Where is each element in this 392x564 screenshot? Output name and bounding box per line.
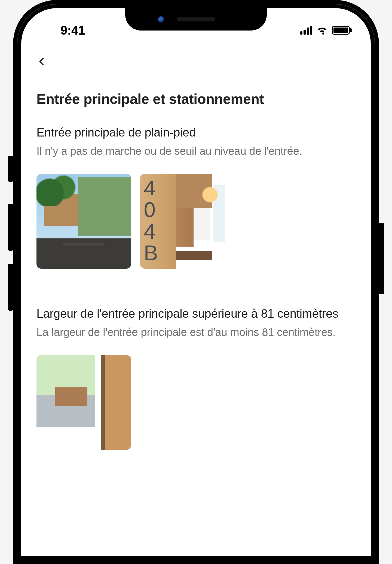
speaker-grille-icon: [177, 17, 215, 21]
phone-mute-switch: [8, 156, 13, 182]
chevron-left-icon: [37, 57, 47, 66]
front-camera-icon: [158, 16, 164, 23]
page-content: Entrée principale et stationnement Entré…: [21, 76, 371, 450]
phone-power-button: [379, 223, 384, 294]
phone-volume-down: [8, 264, 13, 311]
photo-entrance-404b[interactable]: 4 0 4 B: [140, 174, 235, 269]
feature-description: Il n'y a pas de marche ou de seuil au ni…: [36, 143, 356, 159]
wifi-icon: [316, 26, 328, 35]
feature-photo-row: 4 0 4 B: [36, 174, 356, 269]
back-button[interactable]: [33, 53, 51, 70]
feature-entrance-width: Largeur de l'entrée principale supérieur…: [36, 306, 356, 450]
photo-entrance-side-path[interactable]: [36, 174, 131, 269]
feature-photo-row: [36, 355, 356, 450]
phone-device-frame: 9:41: [13, 0, 379, 564]
battery-full-icon: [332, 26, 352, 35]
nav-bar: [21, 41, 371, 76]
house-number-digit: 4: [144, 178, 158, 198]
house-number-404b: 4 0 4 B: [144, 178, 158, 263]
feature-title: Entrée principale de plain-pied: [36, 125, 356, 140]
house-number-digit: 0: [144, 200, 158, 220]
feature-title: Largeur de l'entrée principale supérieur…: [36, 306, 356, 321]
status-time: 9:41: [60, 23, 85, 38]
phone-volume-up: [8, 204, 13, 251]
photo-entrance-door-width[interactable]: [36, 355, 131, 450]
house-number-digit: B: [144, 243, 158, 263]
house-number-digit: 4: [144, 222, 158, 241]
feature-description: La largeur de l'entrée principale est d'…: [36, 325, 356, 340]
cellular-signal-icon: [300, 26, 312, 35]
phone-screen: 9:41: [21, 8, 371, 556]
feature-step-free-entrance: Entrée principale de plain-pied Il n'y a…: [36, 125, 356, 286]
page-title: Entrée principale et stationnement: [36, 91, 356, 107]
phone-notch: [125, 8, 267, 31]
